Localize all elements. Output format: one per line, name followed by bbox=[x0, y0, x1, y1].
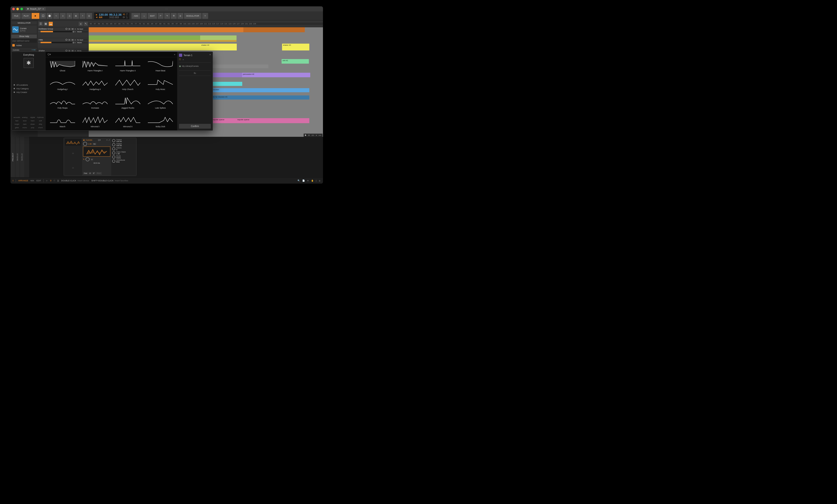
tag-clean[interactable]: clean bbox=[29, 123, 36, 125]
device-expand-icon[interactable]: ⤢ bbox=[108, 139, 110, 141]
follow-icon[interactable]: ⟲ bbox=[123, 13, 125, 16]
edit-tab[interactable]: EDIT bbox=[36, 180, 41, 182]
param-row[interactable]: Voice Stack1.00 bbox=[112, 151, 135, 155]
clip[interactable]: kaputte sparse bbox=[236, 118, 309, 123]
param-row[interactable]: Voices3 bbox=[112, 147, 135, 151]
device-power-icon[interactable]: ◉ bbox=[83, 139, 85, 141]
time-knob[interactable] bbox=[86, 157, 90, 161]
tool-icon-2[interactable]: ⚲ bbox=[50, 180, 52, 182]
close-window-icon[interactable] bbox=[12, 8, 15, 10]
overdub-button[interactable]: ⎙ bbox=[67, 13, 72, 19]
output-chevron-icon[interactable]: ▸ bbox=[75, 31, 76, 33]
tag-rhythmic[interactable]: rhythmic bbox=[37, 116, 44, 118]
mute-button[interactable]: M bbox=[71, 28, 74, 30]
record-arm-icon[interactable] bbox=[66, 50, 67, 52]
maximize-window-icon[interactable] bbox=[20, 8, 23, 10]
curve-display[interactable] bbox=[83, 147, 110, 156]
view-lane-button[interactable]: ▬ bbox=[49, 22, 53, 26]
clip[interactable] bbox=[212, 73, 242, 77]
project-tab[interactable]: frosch_21* × bbox=[26, 7, 46, 11]
search-icon[interactable]: 🔍 bbox=[298, 180, 300, 182]
phase-deg-button[interactable]: 0° bbox=[92, 172, 95, 175]
filter-item[interactable]: ✱ Any Category bbox=[14, 88, 44, 90]
punch-in-icon[interactable]: ⤴ bbox=[126, 13, 128, 16]
track-input[interactable]: No input bbox=[76, 28, 88, 30]
stop-button[interactable] bbox=[40, 13, 46, 19]
tag-dark[interactable]: dark bbox=[21, 123, 29, 125]
preset-item[interactable]: Mirrored II bbox=[113, 115, 143, 130]
view-list-button[interactable]: ☰ bbox=[39, 22, 43, 26]
clip[interactable] bbox=[212, 64, 268, 68]
tag-analog[interactable]: analog bbox=[21, 116, 29, 118]
record-arm-icon[interactable] bbox=[66, 28, 67, 30]
clip[interactable]: kaputte sparse bbox=[212, 118, 236, 123]
param-row[interactable]: GlideModetime bbox=[112, 159, 135, 163]
clip[interactable]: ohh #1 bbox=[282, 59, 309, 63]
tag-poly[interactable]: poly bbox=[29, 127, 36, 129]
zoom-value[interactable]: 2/1 bbox=[311, 134, 314, 136]
clip[interactable] bbox=[212, 82, 242, 86]
arrange-tab[interactable]: ARRANGE bbox=[18, 180, 29, 182]
tag-acoustic[interactable]: acoustic bbox=[14, 116, 20, 118]
mixer-icon[interactable]: ⫼ bbox=[319, 180, 321, 182]
info-icon[interactable]: i bbox=[13, 180, 14, 182]
track-type-icon[interactable]: ≡ bbox=[39, 31, 40, 33]
preset-item[interactable]: Holy Mosc bbox=[146, 78, 176, 95]
device-strip[interactable]: BAZILLE bbox=[15, 137, 20, 177]
preset-item[interactable]: Ghost bbox=[48, 59, 77, 77]
tool-icon-1[interactable]: ⊹ bbox=[46, 180, 48, 182]
preset-item[interactable]: Mirrored I bbox=[80, 115, 110, 130]
copy-button[interactable]: ⧉ bbox=[171, 13, 177, 19]
clip[interactable]: shaker #2 bbox=[200, 44, 237, 51]
curves-section[interactable]: Curves ⟶• bbox=[11, 48, 37, 52]
minimize-window-icon[interactable] bbox=[16, 8, 19, 10]
pointer-tool-button[interactable]: ↖ bbox=[84, 22, 88, 26]
tool-icon-4[interactable]: ||| bbox=[57, 180, 59, 182]
close-tab-icon[interactable]: × bbox=[42, 8, 44, 10]
tool-icon-3[interactable]: □ bbox=[54, 180, 55, 182]
timesig-value[interactable]: 4/4 bbox=[99, 16, 108, 19]
files-icon[interactable]: 📄 bbox=[302, 180, 305, 182]
clip[interactable] bbox=[243, 27, 305, 32]
tag-mono[interactable]: mono bbox=[21, 127, 29, 129]
mappings-icon[interactable]: ✋ bbox=[311, 180, 314, 182]
clip[interactable]: SC for Glocken #3 bbox=[212, 95, 309, 99]
add-scene-button[interactable]: ＋ bbox=[79, 13, 86, 19]
device-search-icon[interactable]: Q▾ bbox=[98, 139, 101, 141]
show-help-button[interactable]: Show Help bbox=[11, 35, 37, 38]
play-label-button[interactable]: PLAY bbox=[21, 13, 31, 19]
track-input[interactable]: All ins bbox=[76, 50, 88, 52]
phase-button[interactable]: ∅ bbox=[88, 172, 92, 175]
device-strip[interactable]: PROJECT bbox=[11, 137, 15, 177]
preset-item[interactable]: Holy Church bbox=[113, 78, 143, 95]
param-knob[interactable] bbox=[112, 139, 115, 142]
edit-button[interactable]: EDIT bbox=[148, 13, 157, 19]
details-close-icon[interactable]: × bbox=[210, 53, 211, 56]
param-knob[interactable] bbox=[112, 155, 115, 158]
param-knob[interactable] bbox=[112, 143, 115, 146]
solo-button[interactable]: S bbox=[68, 28, 71, 30]
loop-icon[interactable]: ⟳ bbox=[123, 16, 125, 19]
input-chevron-icon[interactable]: ◂ bbox=[75, 28, 76, 30]
preset-item[interactable]: Hedgehog I bbox=[48, 78, 77, 95]
volume-fader[interactable] bbox=[40, 31, 72, 32]
play-cursor-icon[interactable] bbox=[305, 134, 306, 136]
play-button[interactable] bbox=[32, 13, 39, 19]
param-row[interactable]: Modemono bbox=[112, 155, 135, 159]
view-menu-button[interactable]: ≡ bbox=[79, 22, 83, 26]
tag-glide[interactable]: glide bbox=[14, 127, 20, 129]
preset-item[interactable]: Heart Beat bbox=[146, 59, 176, 77]
param-knob[interactable] bbox=[112, 147, 115, 150]
automation-write-button[interactable]: ⤳ bbox=[53, 13, 59, 19]
add-track-button[interactable]: ⍖ bbox=[141, 13, 147, 19]
track-output[interactable]: Master bbox=[76, 42, 88, 43]
mute-button[interactable]: M bbox=[71, 39, 74, 41]
everything-icon[interactable]: ✱ bbox=[24, 58, 34, 68]
device-strip[interactable]: BAZILLE bbox=[20, 137, 24, 177]
add-button[interactable]: ADD bbox=[131, 13, 140, 19]
preset-item[interactable]: Moby Dick bbox=[146, 115, 176, 130]
filter-item[interactable]: ✱ All Locations bbox=[14, 84, 44, 86]
param-row[interactable]: Output100.00 bbox=[112, 139, 135, 143]
count-in-icon[interactable]: ◂ bbox=[96, 16, 97, 18]
help-button[interactable]: ? bbox=[202, 13, 208, 19]
